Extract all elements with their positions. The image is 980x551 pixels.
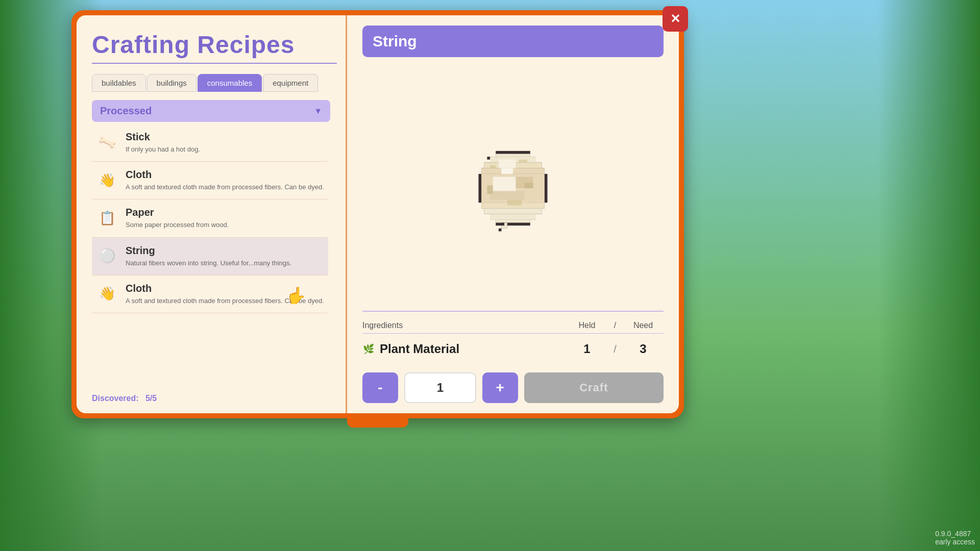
need-col-label: Need [623, 321, 664, 330]
stick-desc: If only you had a hot dog. [126, 145, 324, 154]
plus-button[interactable]: + [482, 372, 518, 403]
string-desc: Natural fibers woven into string. Useful… [126, 259, 324, 268]
cloth-icon: 👋 [96, 169, 118, 191]
modal-container: ✕ Crafting Recipes buildables buildings … [71, 10, 684, 418]
cloth2-icon: 👋 [96, 283, 118, 305]
svg-rect-16 [484, 208, 542, 214]
paper-icon: 📋 [96, 207, 118, 229]
string-info: String Natural fibers woven into string.… [126, 245, 324, 268]
recipe-list-container: 🦴 Stick If only you had a hot dog. 👋 [92, 124, 330, 384]
held-col-label: Held [567, 321, 607, 330]
craft-button[interactable]: Craft [524, 372, 664, 403]
recipe-list: 🦴 Stick If only you had a hot dog. 👋 [92, 124, 330, 384]
string-icon: ⚪ [96, 245, 118, 267]
svg-rect-27 [487, 185, 493, 194]
svg-rect-28 [507, 199, 522, 205]
need-count: 3 [623, 342, 664, 356]
paper-desc: Some paper processed from wood. [126, 220, 324, 230]
ingredient-row-plant-material: 🌿 Plant Material 1 / 3 [362, 338, 664, 360]
svg-rect-17 [490, 214, 536, 219]
svg-rect-2 [487, 157, 490, 160]
cursor-hand-icon: 👆 [286, 286, 306, 305]
svg-rect-20 [502, 168, 513, 173]
close-button[interactable]: ✕ [663, 6, 688, 32]
paper-info: Paper Some paper processed from wood. [126, 207, 324, 230]
tab-equipment[interactable]: equipment [263, 74, 318, 92]
paper-name: Paper [126, 207, 324, 218]
svg-rect-30 [499, 228, 502, 231]
title-divider [92, 63, 337, 64]
dropdown-arrow-icon: ▼ [314, 107, 322, 116]
tab-consumables[interactable]: consumables [198, 74, 262, 92]
stick-icon: 🦴 [96, 131, 118, 154]
minus-button[interactable]: - [362, 372, 398, 403]
left-panel: Crafting Recipes buildables buildings co… [77, 15, 347, 413]
recipe-item-stick[interactable]: 🦴 Stick If only you had a hot dog. [92, 124, 328, 162]
string-name: String [126, 245, 324, 257]
item-preview [362, 65, 664, 311]
modal-inner: Crafting Recipes buildables buildings co… [77, 15, 679, 413]
ingredient-slash: / [607, 343, 623, 355]
string-ball-image [467, 142, 559, 234]
bg-trees-right [878, 0, 980, 551]
cloth-name: Cloth [126, 169, 324, 181]
bottom-tab [347, 416, 408, 428]
cloth-info: Cloth A soft and textured cloth made fro… [126, 169, 324, 192]
stick-info: Stick If only you had a hot dog. [126, 131, 324, 154]
svg-rect-31 [504, 222, 507, 226]
tabs-row: buildables buildings consumables equipme… [92, 74, 330, 92]
item-header: String [362, 26, 664, 57]
ingredients-section: Ingredients Held / Need 🌿 Plant Material… [362, 311, 664, 360]
version-info: 0.9.0_4887 early access [935, 530, 975, 546]
page-title: Crafting Recipes [92, 31, 330, 59]
item-title: String [373, 33, 417, 49]
category-dropdown[interactable]: Processed ▼ [92, 100, 330, 122]
svg-rect-18 [496, 219, 530, 222]
held-count: 1 [567, 342, 607, 356]
ingredients-col-label: Ingredients [362, 321, 567, 330]
discovered-text: Discovered: 5/5 [92, 390, 330, 403]
category-label: Processed [100, 105, 152, 117]
svg-rect-10 [496, 154, 530, 157]
cloth-desc: A soft and textured cloth made from proc… [126, 183, 324, 192]
right-panel: String [347, 15, 679, 413]
stick-name: Stick [126, 131, 324, 143]
svg-rect-19 [499, 159, 516, 168]
svg-rect-25 [519, 159, 527, 162]
tab-buildables[interactable]: buildables [92, 74, 146, 92]
slash-col-label: / [607, 321, 623, 330]
quantity-display: 1 [404, 372, 476, 403]
craft-controls: - 1 + Craft [362, 372, 664, 403]
svg-rect-32 [502, 226, 507, 229]
svg-rect-23 [490, 191, 525, 199]
svg-rect-24 [490, 165, 496, 168]
svg-rect-21 [493, 177, 516, 191]
tab-buildings[interactable]: buildings [147, 74, 197, 92]
ingredients-header: Ingredients Held / Need [362, 318, 664, 334]
plant-material-icon: 🌿 [362, 343, 375, 355]
recipe-item-string[interactable]: ⚪ String Natural fibers woven into strin… [92, 238, 328, 276]
recipe-item-paper[interactable]: 📋 Paper Some paper processed from wood. [92, 199, 328, 237]
recipe-item-cloth[interactable]: 👋 Cloth A soft and textured cloth made f… [92, 162, 328, 199]
ingredient-name-cell: 🌿 Plant Material [362, 342, 567, 356]
svg-rect-26 [525, 182, 533, 188]
ingredient-name: Plant Material [380, 342, 459, 356]
